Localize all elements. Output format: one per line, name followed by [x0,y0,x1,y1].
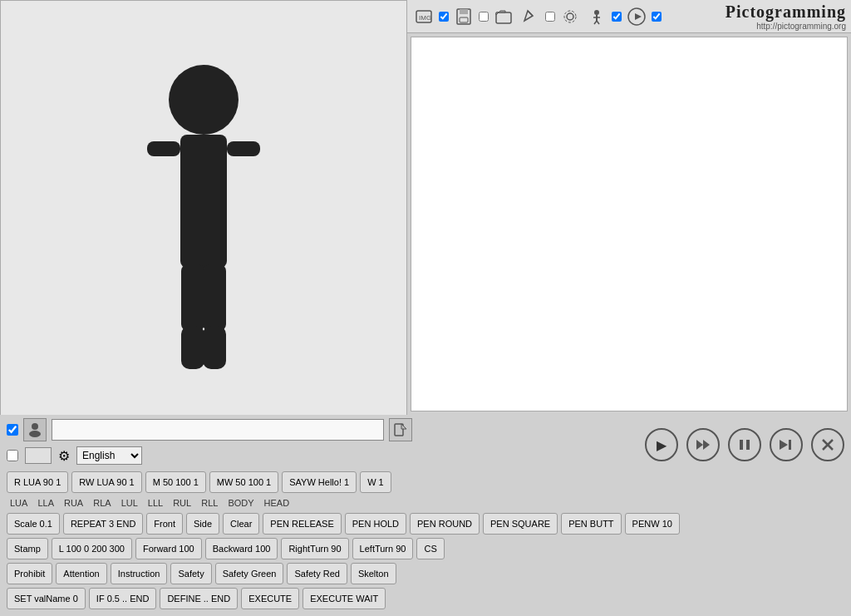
svg-marker-27 [696,440,703,450]
language-select[interactable]: English Japanese Spanish [76,446,142,465]
cmd-btn-l-100-0-200-300[interactable]: L 100 0 200 300 [52,538,132,559]
cmd-btn-safety-green[interactable]: Safety Green [215,563,284,584]
svg-point-25 [29,431,41,437]
svg-marker-31 [780,440,788,450]
input-checkbox[interactable] [7,424,18,436]
cmd-btn-if-0.5-..-end[interactable]: IF 0.5 .. END [89,588,157,609]
svg-rect-4 [181,264,204,331]
avatar-button[interactable] [23,418,47,441]
figure-checkbox[interactable] [612,12,622,22]
color-picker[interactable] [25,447,52,464]
cmd-btn-pen-hold[interactable]: PEN HOLD [345,513,406,535]
cmd-btn-attention[interactable]: Attention [56,563,106,584]
command-row-2: StampL 100 0 200 300Forward 100Backward … [7,538,844,559]
save-checkbox[interactable] [479,12,489,22]
cmd-btn-safety-red[interactable]: Safety Red [287,563,347,584]
command-input[interactable] [52,419,384,441]
svg-rect-11 [460,9,468,14]
cmd-btn-rightturn-90[interactable]: RightTurn 90 [281,538,348,559]
command-row-1: Scale 0.1REPEAT 3 ENDFrontSideClearPEN R… [7,513,844,535]
cmd-btn-define-..-end[interactable]: DEFINE .. END [160,588,238,609]
play-button[interactable]: ▶ [645,428,678,461]
body-part-lla[interactable]: LLA [34,496,57,510]
command-row-4: SET valName 0IF 0.5 .. ENDDEFINE .. ENDE… [7,588,844,609]
edit-checkbox[interactable] [545,12,555,22]
settings-checkbox[interactable] [7,450,18,461]
quick-cmd-w-1[interactable]: W 1 [360,471,391,493]
cmd-btn-execute[interactable]: EXECUTE [241,588,299,609]
open-icon[interactable] [492,5,515,28]
quick-cmd-r-lua[interactable]: R LUA 90 1 [7,471,68,493]
body-part-lua[interactable]: LUA [7,496,31,510]
body-part-body[interactable]: BODY [224,496,257,510]
save-icon[interactable] [452,5,475,28]
cmd-btn-scale-0.1[interactable]: Scale 0.1 [7,513,60,535]
play-checkbox[interactable] [652,12,662,22]
quick-cmd-sayw[interactable]: SAYW Hello! 1 [282,471,357,493]
cmd-btn-forward-100[interactable]: Forward 100 [135,538,202,559]
cmd-btn-pen-square[interactable]: PEN SQUARE [483,513,558,535]
cmd-btn-pen-butt[interactable]: PEN BUTT [561,513,621,535]
left-canvas [0,0,407,416]
svg-rect-3 [227,141,260,156]
fast-forward-button[interactable] [686,428,720,461]
svg-rect-12 [460,17,468,22]
cmd-btn-skelton[interactable]: Skelton [351,563,396,584]
file-button[interactable] [389,418,412,441]
cmd-btn-cs[interactable]: CS [416,538,444,559]
cmd-btn-side[interactable]: Side [186,513,219,535]
cmd-btn-pen-release[interactable]: PEN RELEASE [263,513,341,535]
cmd-btn-stamp[interactable]: Stamp [7,538,48,559]
gear-icon[interactable]: ⚙ [58,448,70,464]
cmd-btn-backward-100[interactable]: Backward 100 [205,538,278,559]
img-icon[interactable]: IMG [412,5,435,28]
cmd-btn-safety[interactable]: Safety [170,563,211,584]
body-part-rua[interactable]: RUA [61,496,86,510]
right-bottom: ▶ [414,418,844,471]
svg-rect-30 [746,440,750,450]
svg-rect-5 [203,264,226,331]
right-panel: IMG [407,0,851,415]
svg-rect-1 [180,135,227,268]
cmd-btn-instruction[interactable]: Instruction [111,563,168,584]
quick-cmd-mw-50[interactable]: MW 50 100 1 [209,471,278,493]
figure-icon[interactable] [585,5,608,28]
bottom-section: ⚙ English Japanese Spanish ▶ [0,415,851,616]
top-section: IMG [0,0,851,415]
quick-cmd-rw-lua[interactable]: RW LUA 90 1 [71,471,141,493]
img-checkbox[interactable] [439,12,449,22]
cmd-btn-repeat-3-end[interactable]: REPEAT 3 END [63,513,143,535]
cmd-btn-set-valname-0[interactable]: SET valName 0 [7,588,86,609]
cmd-btn-front[interactable]: Front [146,513,183,535]
bottom-row: ⚙ English Japanese Spanish ▶ [7,418,844,471]
main-container: IMG [0,0,851,616]
stop-button[interactable] [811,428,844,461]
settings-icon[interactable] [558,5,582,28]
svg-line-21 [597,21,599,24]
svg-rect-2 [147,141,180,156]
body-part-rll[interactable]: RLL [198,496,221,510]
quick-commands-row: R LUA 90 1RW LUA 90 1M 50 100 1MW 50 100… [7,471,844,493]
svg-rect-6 [181,326,204,369]
body-part-lll[interactable]: LLL [145,496,166,510]
quick-cmd-m-50[interactable]: M 50 100 1 [145,471,206,493]
cmd-btn-penw-10[interactable]: PENW 10 [625,513,680,535]
input-row [7,418,414,441]
edit-icon[interactable] [519,5,542,28]
body-part-rul[interactable]: RUL [170,496,194,510]
cmd-btn-prohibit[interactable]: Prohibit [7,563,52,584]
settings-row: ⚙ English Japanese Spanish [7,446,414,465]
pause-button[interactable] [728,428,761,461]
svg-point-24 [32,423,38,430]
cmd-btn-pen-round[interactable]: PEN ROUND [410,513,480,535]
svg-rect-13 [496,12,511,23]
body-part-lul[interactable]: LUL [118,496,141,510]
cmd-btn-leftturn-90[interactable]: LeftTurn 90 [352,538,414,559]
cmd-btn-clear[interactable]: Clear [223,513,259,535]
body-part-head[interactable]: HEAD [261,496,293,510]
toolbar-play-icon[interactable] [625,5,648,28]
svg-point-17 [594,10,599,15]
cmd-btn-execute-wait[interactable]: EXECUTE WAIT [303,588,386,609]
body-part-rla[interactable]: RLA [90,496,114,510]
skip-button[interactable] [770,428,803,461]
